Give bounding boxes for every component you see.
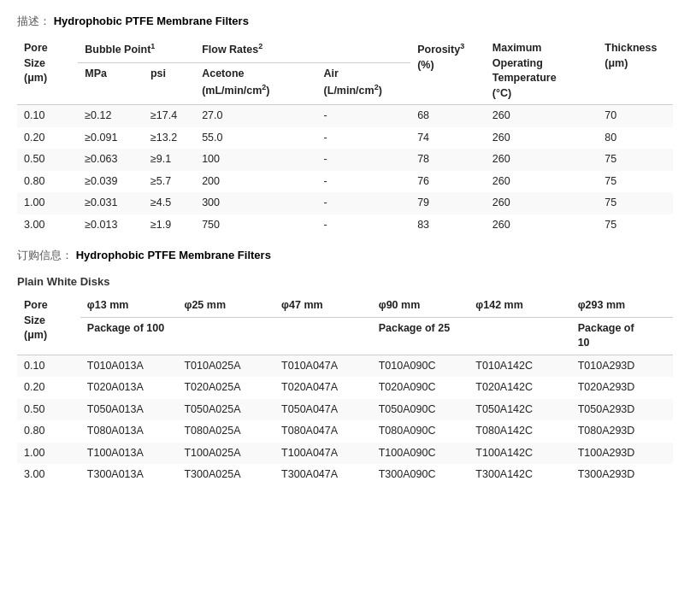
col-maxtemp-header: MaximumOperatingTemperature(°C)	[486, 38, 598, 105]
table2-cell-phi142: T300A142C	[469, 464, 570, 486]
table1-cell-porosity: 76	[410, 171, 486, 193]
table1-row: 0.20≥0.091≥13.255.0-7426080	[17, 127, 673, 150]
table1-cell-acetone: 100	[195, 149, 316, 171]
table2-cell-phi13: T020A013A	[80, 377, 178, 399]
col-acetone-header: Acetone(mL/min/cm2)	[195, 63, 316, 105]
table1-cell-poreSize: 1.00	[17, 192, 78, 214]
table1-cell-thickness: 75	[598, 214, 673, 237]
col2-pkg10-header: Package of10	[571, 317, 673, 355]
table1-cell-porosity: 78	[410, 149, 486, 171]
table1-cell-psi: ≥1.9	[144, 214, 195, 237]
table1-cell-mpa: ≥0.013	[78, 214, 144, 237]
table1-cell-psi: ≥9.1	[144, 149, 195, 171]
col-air-header: Air(L/min/cm2)	[317, 63, 411, 105]
table1-cell-porosity: 83	[410, 214, 486, 237]
table1-cell-poreSize: 0.10	[17, 105, 78, 127]
table1-cell-poreSize: 3.00	[17, 214, 78, 237]
table2-cell-poreSize: 3.00	[17, 464, 80, 486]
order-info-title: Hydrophobic PTFE Membrane Filters	[76, 249, 271, 261]
table1-cell-thickness: 70	[598, 105, 673, 127]
table2-cell-phi47: T080A047A	[274, 420, 372, 443]
table1-cell-acetone: 750	[195, 214, 316, 237]
table1-cell-psi: ≥13.2	[144, 127, 195, 150]
table2-cell-phi142: T050A142C	[469, 399, 570, 421]
table2-cell-phi25: T050A025A	[177, 399, 274, 421]
table1-cell-maxTemp: 260	[486, 214, 598, 237]
table2-cell-phi293: T300A293D	[571, 464, 673, 486]
table2-cell-poreSize: 0.50	[17, 399, 80, 421]
col-pore-header: PoreSize(μm)	[17, 38, 78, 105]
table2-cell-phi47: T100A047A	[274, 443, 372, 465]
table1-cell-poreSize: 0.80	[17, 171, 78, 193]
sub-header: Plain White Disks	[17, 275, 673, 288]
table1-row: 0.50≥0.063≥9.1100-7826075	[17, 149, 673, 171]
table1-cell-maxTemp: 260	[486, 127, 598, 150]
col2-pore-header: PoreSize(μm)	[17, 295, 80, 355]
table2-cell-phi293: T020A293D	[571, 377, 673, 399]
table2-cell-phi25: T100A025A	[177, 443, 274, 465]
properties-table: PoreSize(μm) Bubble Point1 Flow Rates2 P…	[17, 38, 673, 236]
table2-cell-phi293: T100A293D	[571, 443, 673, 465]
col2-phi142-header: φ142 mm	[469, 295, 570, 317]
col-mpa-header: MPa	[78, 63, 144, 105]
table1-cell-maxTemp: 260	[486, 149, 598, 171]
table2-cell-phi25: T300A025A	[177, 464, 274, 486]
table1-cell-poreSize: 0.20	[17, 127, 78, 150]
table1-cell-porosity: 79	[410, 192, 486, 214]
table1-row: 1.00≥0.031≥4.5300-7926075	[17, 192, 673, 214]
description-label: 描述：	[17, 15, 50, 27]
table1-cell-acetone: 200	[195, 171, 316, 193]
col2-phi47-header: φ47 mm	[274, 295, 372, 317]
table2-cell-phi293: T050A293D	[571, 399, 673, 421]
table2-row: 1.00T100A013AT100A025AT100A047AT100A090C…	[17, 443, 673, 465]
table1-cell-mpa: ≥0.031	[78, 192, 144, 214]
col-bubblepoint-header: Bubble Point1	[78, 38, 195, 63]
table2-header-row1: PoreSize(μm) φ13 mm φ25 mm φ47 mm φ90 mm…	[17, 295, 673, 317]
table2-cell-phi142: T080A142C	[469, 420, 570, 443]
table2-row: 0.50T050A013AT050A025AT050A047AT050A090C…	[17, 399, 673, 421]
table1-cell-acetone: 27.0	[195, 105, 316, 127]
table1-cell-mpa: ≥0.12	[78, 105, 144, 127]
table1-header-row1: PoreSize(μm) Bubble Point1 Flow Rates2 P…	[17, 38, 673, 63]
table1-cell-mpa: ≥0.039	[78, 171, 144, 193]
col2-pkg100-header: Package of 100	[80, 317, 372, 355]
table2-row: 0.20T020A013AT020A025AT020A047AT020A090C…	[17, 377, 673, 399]
table2-row: 0.10T010A013AT010A025AT010A047AT010A090C…	[17, 355, 673, 377]
table1-cell-air: -	[317, 171, 411, 193]
table2-cell-phi293: T010A293D	[571, 355, 673, 377]
table1-cell-psi: ≥17.4	[144, 105, 195, 127]
table1-cell-porosity: 74	[410, 127, 486, 150]
description-title: Hydrophobic PTFE Membrane Filters	[54, 15, 249, 27]
table2-cell-phi90: T010A090C	[372, 355, 469, 377]
table1-cell-psi: ≥4.5	[144, 192, 195, 214]
table2-cell-phi47: T020A047A	[274, 377, 372, 399]
table2-cell-phi47: T010A047A	[274, 355, 372, 377]
table2-cell-phi90: T100A090C	[372, 443, 469, 465]
table2-body: 0.10T010A013AT010A025AT010A047AT010A090C…	[17, 355, 673, 486]
table1-cell-psi: ≥5.7	[144, 171, 195, 193]
col-psi-header: psi	[144, 63, 195, 105]
table2-cell-phi142: T100A142C	[469, 443, 570, 465]
col2-pkg25-header: Package of 25	[372, 317, 571, 355]
table2-cell-phi13: T080A013A	[80, 420, 178, 443]
products-table: PoreSize(μm) φ13 mm φ25 mm φ47 mm φ90 mm…	[17, 295, 673, 486]
table1-cell-thickness: 75	[598, 149, 673, 171]
col2-phi293-header: φ293 mm	[571, 295, 673, 317]
table2-cell-phi90: T300A090C	[372, 464, 469, 486]
order-info-label: 订购信息：	[17, 249, 73, 261]
table1-cell-air: -	[317, 127, 411, 150]
table1-cell-maxTemp: 260	[486, 192, 598, 214]
table1-cell-thickness: 80	[598, 127, 673, 150]
table2-cell-phi90: T020A090C	[372, 377, 469, 399]
table2-cell-phi25: T010A025A	[177, 355, 274, 377]
table2-cell-poreSize: 0.10	[17, 355, 80, 377]
table2-cell-phi47: T050A047A	[274, 399, 372, 421]
table1-row: 3.00≥0.013≥1.9750-8326075	[17, 214, 673, 237]
table2-cell-poreSize: 0.80	[17, 420, 80, 443]
table2-header-row2: Package of 100 Package of 25 Package of1…	[17, 317, 673, 355]
table2-cell-phi13: T050A013A	[80, 399, 178, 421]
table1-row: 0.10≥0.12≥17.427.0-6826070	[17, 105, 673, 127]
table1-cell-thickness: 75	[598, 171, 673, 193]
col-thickness-header: Thickness(μm)	[598, 38, 673, 105]
table2-row: 3.00T300A013AT300A025AT300A047AT300A090C…	[17, 464, 673, 486]
